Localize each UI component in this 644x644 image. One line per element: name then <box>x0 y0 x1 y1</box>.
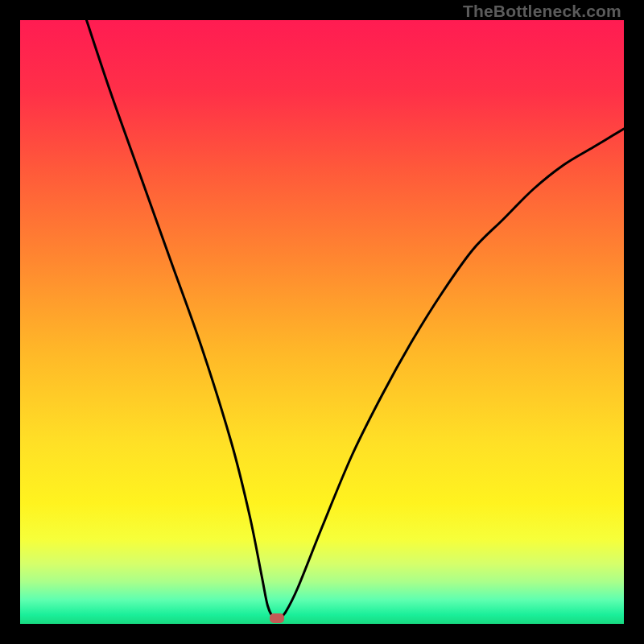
optimal-point-marker <box>270 613 284 623</box>
watermark-text: TheBottleneck.com <box>463 2 621 21</box>
chart-frame: TheBottleneck.com <box>0 0 644 644</box>
gradient-background <box>20 20 624 624</box>
svg-rect-0 <box>20 20 624 624</box>
plot-area <box>20 20 624 624</box>
